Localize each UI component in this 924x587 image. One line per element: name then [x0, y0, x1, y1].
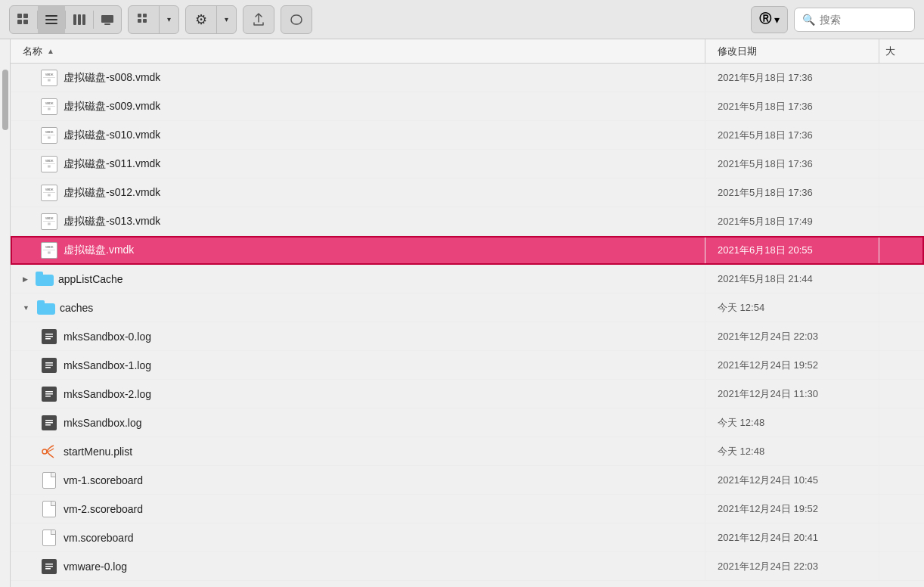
- table-row[interactable]: vm-1.scoreboard 2021年12月24日 10:45: [11, 466, 924, 495]
- file-date: 2021年6月18日 20:55: [705, 236, 879, 264]
- search-icon: 🔍: [802, 14, 815, 26]
- column-size-header[interactable]: 大: [879, 39, 924, 63]
- table-row[interactable]: mksSandbox-2.log 2021年12月24日 11:30: [11, 380, 924, 408]
- svg-point-29: [42, 449, 47, 454]
- file-area: 名称 ▲ 修改日期 大 VMDK ▤ 虚拟磁盘-s008.vmdk 2021年5…: [0, 39, 924, 587]
- svg-rect-23: [45, 391, 53, 393]
- svg-rect-31: [45, 566, 53, 567]
- column-date-label: 修改日期: [718, 45, 757, 58]
- file-name-text: 虚拟磁盘-s008.vmdk: [64, 71, 160, 85]
- file-date: 2021年12月24日 19:52: [705, 351, 879, 379]
- table-row[interactable]: ▶ appListCache 2021年5月18日 21:44: [11, 265, 924, 294]
- share-group: [243, 5, 274, 34]
- file-name-cell: ▼ caches: [11, 300, 705, 316]
- file-name-text: 虚拟磁盘-s012.vmdk: [64, 186, 160, 200]
- file-date: 2021年12月24日 19:52: [705, 495, 879, 523]
- svg-rect-18: [45, 336, 53, 337]
- sort-arrow-icon: ▲: [47, 47, 54, 55]
- file-size: [879, 121, 924, 149]
- file-icon: [41, 357, 57, 374]
- file-name-cell: VMDK ▤ 虚拟磁盘-s012.vmdk: [11, 185, 705, 201]
- file-icon: [41, 386, 57, 402]
- view-columns-button[interactable]: [66, 6, 93, 33]
- file-size: [879, 150, 924, 178]
- svg-rect-10: [101, 15, 113, 23]
- group-button[interactable]: [129, 6, 159, 33]
- file-icon: [36, 271, 52, 287]
- table-row[interactable]: VMDK ▤ 虚拟磁盘-s012.vmdk 2021年5月18日 17:36: [11, 179, 924, 207]
- file-icon: [41, 530, 57, 546]
- view-icon-grid-button[interactable]: [10, 6, 37, 33]
- file-name-text: 虚拟磁盘.vmdk: [64, 244, 134, 257]
- file-icon: VMDK ▤: [41, 127, 57, 144]
- file-icon: [41, 558, 57, 575]
- table-row[interactable]: vm.scoreboard 2021年12月24日 20:41: [11, 523, 924, 552]
- table-row[interactable]: mksSandbox.log 今天 12:48: [11, 408, 924, 437]
- file-name-text: mksSandbox-0.log: [64, 331, 151, 343]
- share-button[interactable]: [243, 6, 274, 33]
- svg-rect-9: [82, 14, 85, 25]
- table-row[interactable]: mksSandbox-1.log 2021年12月24日 19:52: [11, 351, 924, 380]
- table-row[interactable]: startMenu.plist 今天 12:48: [11, 437, 924, 466]
- column-date-header[interactable]: 修改日期: [705, 39, 879, 63]
- column-name-header[interactable]: 名称 ▲: [11, 45, 705, 58]
- table-row[interactable]: vm-2.scoreboard 2021年12月24日 19:52: [11, 495, 924, 523]
- svg-rect-15: [143, 19, 147, 23]
- tag-button[interactable]: [281, 6, 312, 33]
- table-row[interactable]: vmware-0.log 2021年12月24日 22:03: [11, 552, 924, 581]
- group-dropdown-button[interactable]: ▾: [159, 6, 178, 33]
- table-row[interactable]: VMDK ▤ 虚拟磁盘-s010.vmdk 2021年5月18日 17:36: [11, 121, 924, 150]
- table-row[interactable]: VMDK ▤ 虚拟磁盘.vmdk 2021年6月18日 20:55: [11, 236, 924, 265]
- gear-dropdown-button[interactable]: ▾: [216, 6, 236, 33]
- svg-rect-27: [45, 422, 53, 424]
- scroll-indicator[interactable]: [0, 39, 11, 587]
- file-name-text: vm-2.scoreboard: [64, 503, 143, 515]
- file-name-cell: ▶ appListCache: [11, 271, 705, 287]
- svg-rect-17: [45, 334, 53, 335]
- file-icon: VMDK ▤: [41, 213, 57, 230]
- file-icon: VMDK ▤: [41, 70, 57, 86]
- file-size: [879, 351, 924, 379]
- file-date: 2021年5月18日 17:36: [705, 92, 879, 120]
- file-size: [879, 322, 924, 350]
- view-list-button[interactable]: [38, 6, 65, 33]
- registry-dropdown: ▾: [774, 14, 780, 26]
- file-name-text: mksSandbox.log: [64, 417, 142, 429]
- table-row[interactable]: mksSandbox-0.log 2021年12月24日 22:03: [11, 322, 924, 351]
- table-row[interactable]: ▼ caches 今天 12:54: [11, 294, 924, 322]
- svg-rect-12: [138, 14, 141, 17]
- scroll-thumb: [2, 70, 8, 130]
- file-icon: [41, 472, 57, 489]
- svg-rect-2: [17, 20, 22, 24]
- view-cover-button[interactable]: [94, 6, 121, 33]
- svg-rect-26: [45, 420, 53, 421]
- table-row[interactable]: VMDK ▤ 虚拟磁盘-s013.vmdk 2021年5月18日 17:49: [11, 207, 924, 236]
- file-date: 2021年5月18日 17:36: [705, 64, 879, 92]
- file-list-container: 名称 ▲ 修改日期 大 VMDK ▤ 虚拟磁盘-s008.vmdk 2021年5…: [11, 39, 924, 587]
- table-row[interactable]: VMDK ▤ 虚拟磁盘-s009.vmdk 2021年5月18日 17:36: [11, 92, 924, 121]
- file-size: [879, 380, 924, 408]
- file-icon: [41, 443, 57, 460]
- svg-rect-4: [45, 15, 57, 17]
- file-icon: VMDK ▤: [41, 185, 57, 201]
- svg-rect-5: [45, 19, 57, 20]
- file-date: 2021年5月18日 21:44: [705, 265, 879, 293]
- file-name-cell: VMDK ▤ 虚拟磁盘.vmdk: [11, 242, 705, 259]
- registry-button[interactable]: Ⓡ ▾: [751, 6, 788, 33]
- file-name-cell: vm.scoreboard: [11, 530, 705, 546]
- search-box: 🔍: [794, 8, 915, 32]
- file-name-text: vm.scoreboard: [64, 532, 134, 544]
- svg-rect-16: [291, 15, 302, 24]
- file-name-cell: mksSandbox-0.log: [11, 328, 705, 345]
- table-row[interactable]: VMDK ▤ 虚拟磁盘-s011.vmdk 2021年5月18日 17:36: [11, 150, 924, 179]
- svg-rect-24: [45, 393, 53, 395]
- gear-button[interactable]: ⚙: [186, 6, 216, 33]
- table-row[interactable]: VMDK ▤ 虚拟磁盘-s008.vmdk 2021年5月18日 17:36: [11, 64, 924, 92]
- file-size: [879, 236, 924, 264]
- search-input[interactable]: [820, 14, 907, 26]
- svg-rect-19: [45, 338, 51, 340]
- expand-arrow-icon[interactable]: ▼: [23, 304, 29, 312]
- file-date: 2021年12月24日 20:41: [705, 523, 879, 551]
- expand-arrow-icon[interactable]: ▶: [23, 275, 28, 283]
- file-icon: [41, 415, 57, 431]
